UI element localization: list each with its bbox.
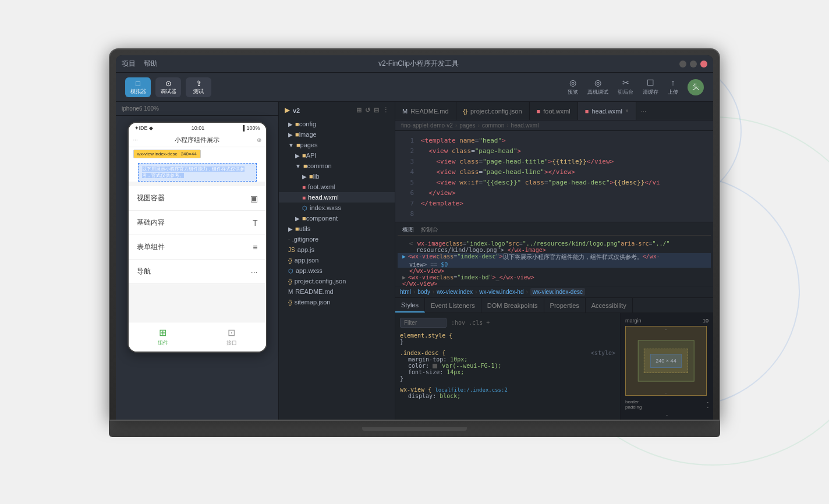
arrow-icon: ▼ bbox=[288, 142, 294, 148]
arrow-icon: ▶ bbox=[295, 215, 300, 222]
tab-event-listeners[interactable]: Event Listeners bbox=[425, 298, 481, 313]
tree-item-app-wxss[interactable]: ⬡ app.wxss bbox=[279, 265, 395, 276]
tree-item-lib[interactable]: ▶ ■ lib bbox=[279, 171, 395, 182]
list-item[interactable]: 视图容器 ▣ bbox=[129, 186, 266, 211]
tab-properties[interactable]: Properties bbox=[544, 298, 586, 313]
menu-item-label-3: 导航 bbox=[137, 267, 151, 276]
html-line: ▶ <wx-view class="index-desc"> 以下将展示小程序官… bbox=[398, 253, 711, 261]
tree-item-component[interactable]: ▶ ■ component bbox=[279, 213, 395, 223]
preview-tab-console[interactable]: 控制台 bbox=[421, 226, 438, 234]
breadcrumb-item-2[interactable]: common bbox=[482, 122, 504, 129]
tree-item-label: README.md bbox=[295, 288, 333, 295]
main-area: iphone6 100% ✦IDE ◆ 10:01 ▌100% ··· 小程序组… bbox=[116, 102, 713, 420]
minimize-btn[interactable] bbox=[679, 61, 686, 68]
tree-item-common[interactable]: ▼ ■ common bbox=[279, 161, 395, 171]
tab-accessibility[interactable]: Accessibility bbox=[586, 298, 633, 313]
clear-action[interactable]: ☐ 清缓存 bbox=[643, 78, 658, 96]
folder-icon: ■ bbox=[295, 120, 299, 127]
el-tag-html[interactable]: html bbox=[400, 289, 411, 295]
phone-content: wx-view.index-desc 240×44 以下用展示小程序官方组件能力… bbox=[129, 147, 266, 322]
maximize-btn[interactable] bbox=[690, 61, 697, 68]
tree-action-collapse[interactable]: ⊟ bbox=[374, 107, 379, 114]
menu-item-icon-3: ··· bbox=[251, 267, 258, 276]
avatar[interactable]: 头 bbox=[688, 79, 704, 95]
tab-dom-breakpoints[interactable]: DOM Breakpoints bbox=[481, 298, 544, 313]
phone-status-time: 10:01 bbox=[192, 125, 205, 131]
tree-item-label: .gitignore bbox=[292, 236, 318, 243]
breadcrumb-item-3[interactable]: head.wxml bbox=[511, 122, 539, 129]
el-tag-wx-view-index-hd[interactable]: wx-view.index-hd bbox=[479, 289, 523, 295]
box-content-layer: 240 × 44 bbox=[650, 354, 681, 368]
el-tag-wx-view-index[interactable]: wx-view.index bbox=[437, 289, 473, 295]
tree-item-readme[interactable]: M README.md bbox=[279, 286, 395, 297]
tree-action-refresh[interactable]: ↺ bbox=[365, 107, 370, 114]
selected-element-text: 以下用展示小程序官方组件能力，组件样式仅供参考，官式仅供参考。 bbox=[142, 166, 245, 178]
preview-action[interactable]: ◎ 预览 bbox=[568, 78, 578, 96]
tree-item-api[interactable]: ▶ ■ API bbox=[279, 150, 395, 161]
breadcrumb-item-1[interactable]: pages bbox=[459, 122, 475, 129]
tab-icon: M bbox=[402, 108, 408, 115]
list-item[interactable]: 导航 ··· bbox=[129, 260, 266, 284]
tree-item-sitemap[interactable]: {} sitemap.json bbox=[279, 297, 395, 307]
preview-icon: ◎ bbox=[569, 78, 576, 87]
realtest-action[interactable]: ◎ 真机调试 bbox=[587, 78, 608, 96]
styles-left: :hov .cls + element.style { } bbox=[395, 313, 620, 420]
tree-item-pages[interactable]: ▼ ■ pages bbox=[279, 140, 395, 150]
tree-item-label: config bbox=[299, 120, 316, 127]
tree-item-app-json[interactable]: {} app.json bbox=[279, 255, 395, 265]
upload-action[interactable]: ↑ 上传 bbox=[668, 78, 678, 96]
html-line: ▶ <wx-view class="index-bd"> _</wx-view> bbox=[402, 274, 706, 281]
el-tag-body[interactable]: body bbox=[417, 289, 430, 295]
tree-item-gitignore[interactable]: · .gitignore bbox=[279, 234, 395, 244]
tree-item-app-js[interactable]: JS app.js bbox=[279, 244, 395, 255]
tabs-bar: M README.md {} project.config.json ■ foo… bbox=[395, 102, 713, 120]
root-folder-name[interactable]: v2 bbox=[293, 107, 300, 114]
filter-input[interactable] bbox=[400, 318, 447, 328]
laptop: 项目 帮助 v2-FinClip小程序开发工具 □ bbox=[109, 48, 720, 456]
breadcrumb-item-0[interactable]: fino-applet-demo-v2 bbox=[401, 122, 453, 129]
close-btn[interactable] bbox=[700, 61, 707, 68]
menu-project[interactable]: 项目 bbox=[122, 59, 136, 69]
preview-header: iphone6 100% bbox=[116, 102, 278, 116]
simulate-button[interactable]: □ 模拟器 bbox=[125, 77, 151, 97]
menu-item-icon-1: T bbox=[253, 218, 258, 228]
tree-item-head-wxml[interactable]: ■ head.wxml bbox=[279, 192, 395, 203]
nav-item-components[interactable]: ⊞ 组件 bbox=[129, 322, 197, 352]
tab-readme[interactable]: M README.md bbox=[395, 102, 456, 120]
debug-button[interactable]: ⊙ 调试器 bbox=[155, 77, 181, 97]
file-icon: JS bbox=[288, 247, 295, 253]
tree-item-index-wxss[interactable]: ⬡ index.wxss bbox=[279, 203, 395, 213]
tabs-more[interactable]: ··· bbox=[636, 108, 651, 115]
list-item[interactable]: 表单组件 ≡ bbox=[129, 235, 266, 260]
cut-icon: ✂ bbox=[622, 78, 629, 87]
test-button[interactable]: ⇪ 测试 bbox=[186, 77, 211, 97]
list-item[interactable]: 基础内容 T bbox=[129, 211, 266, 235]
nav-item-api[interactable]: ⊡ 接口 bbox=[197, 322, 266, 352]
tab-styles[interactable]: Styles bbox=[395, 298, 425, 313]
tree-item-foot-wxml[interactable]: ■ foot.wxml bbox=[279, 182, 395, 192]
cut-action[interactable]: ✂ 切后台 bbox=[618, 78, 633, 96]
tab-close-btn[interactable]: × bbox=[625, 108, 629, 114]
tree-item-label: lib bbox=[313, 173, 320, 180]
el-tag-wx-view-index-desc[interactable]: wx-view.index-desc bbox=[530, 288, 585, 296]
tree-item-label: component bbox=[306, 215, 338, 222]
code-editor[interactable]: 1 <template name="head"> 2 <view class="… bbox=[395, 131, 713, 222]
tree-item-config[interactable]: ▶ ■ config bbox=[279, 119, 395, 129]
tree-item-project-config[interactable]: {} project.config.json bbox=[279, 276, 395, 286]
tree-action-more[interactable]: ⋮ bbox=[382, 107, 389, 114]
file-icon: {} bbox=[288, 278, 292, 285]
preview-panel: iphone6 100% ✦IDE ◆ 10:01 ▌100% ··· 小程序组… bbox=[116, 102, 279, 420]
tree-action-new[interactable]: ⊞ bbox=[356, 107, 362, 114]
menu-help[interactable]: 帮助 bbox=[144, 59, 158, 69]
tree-item-image[interactable]: ▶ ■ image bbox=[279, 129, 395, 140]
file-icon: ⬡ bbox=[288, 268, 293, 274]
title-bar: 项目 帮助 v2-FinClip小程序开发工具 bbox=[116, 55, 713, 73]
html-preview: 概图 控制台 < wx-image class="index-logo" src… bbox=[395, 222, 713, 286]
tab-head-wxml[interactable]: ■ head.wxml × bbox=[578, 102, 636, 120]
tab-project-config[interactable]: {} project.config.json bbox=[456, 102, 530, 120]
phone-title-bar: ··· 小程序组件展示 ⊕ bbox=[129, 133, 266, 147]
tab-foot-wxml[interactable]: ■ foot.wxml bbox=[530, 102, 578, 120]
preview-tab-elements[interactable]: 概图 bbox=[402, 226, 414, 234]
tree-item-utils[interactable]: ▶ ■ utils bbox=[279, 223, 395, 234]
toolbar-actions: ◎ 预览 ◎ 真机调试 ✂ 切后台 ☐ 清缓存 bbox=[568, 78, 704, 96]
